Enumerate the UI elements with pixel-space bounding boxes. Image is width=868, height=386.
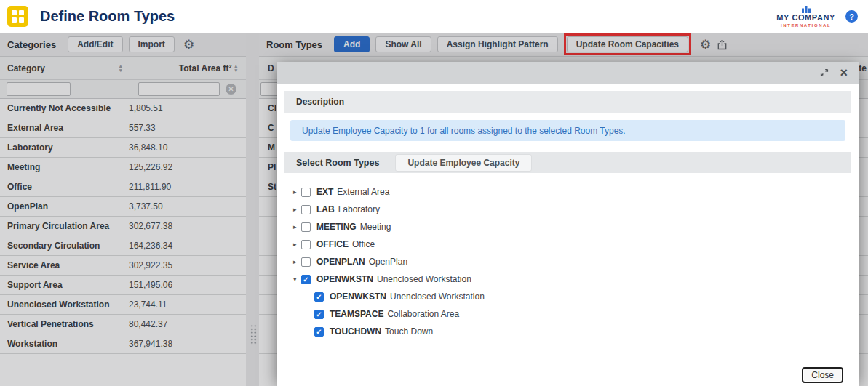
tree-item-teamspace[interactable]: TEAMSPACE Collaboration Area [293, 305, 859, 323]
info-message: Update Employee Capacity to 1 for all ro… [290, 120, 845, 141]
app-grid-icon [7, 6, 28, 27]
chevron-right-icon[interactable]: ▸ [293, 206, 301, 213]
select-room-types-label: Select Room Types [296, 158, 379, 168]
update-room-capacities-dialog: × Description Update Employee Capacity t… [277, 62, 859, 382]
checkbox[interactable] [301, 257, 311, 267]
tree-item-name: Laboratory [338, 204, 380, 214]
tree-item-code: EXT [316, 187, 333, 197]
checkbox[interactable] [301, 240, 311, 249]
logo-line1: MY COMPANY [776, 14, 835, 22]
update-employee-capacity-button[interactable]: Update Employee Capacity [395, 154, 532, 172]
tree-item-name: External Area [337, 187, 389, 197]
select-room-types-section-header: Select Room Types Update Employee Capaci… [284, 152, 851, 173]
tree-item-code: TOUCHDWN [330, 326, 381, 337]
tree-item-name: Office [352, 239, 375, 249]
expand-icon[interactable] [820, 68, 829, 77]
tree-item-name: Touch Down [385, 326, 433, 337]
company-logo: MY COMPANY INTERNATIONAL [776, 5, 835, 28]
chevron-right-icon[interactable]: ▸ [293, 188, 301, 196]
close-button[interactable]: Close [802, 367, 843, 383]
tree-item-name: Collaboration Area [387, 309, 459, 319]
close-icon[interactable]: × [840, 66, 848, 79]
checkbox[interactable] [314, 327, 324, 337]
building-icon [801, 5, 811, 13]
page-title: Define Room Types [40, 8, 175, 25]
tree-item-lab[interactable]: ▸ LAB Laboratory [293, 201, 859, 218]
tree-item-openwkstn[interactable]: ▾ OPENWKSTN Unenclosed Workstation [293, 270, 859, 288]
chevron-down-icon[interactable]: ▾ [293, 276, 301, 283]
checkbox[interactable] [301, 222, 311, 232]
tree-item-code: OPENWKSTN [330, 291, 386, 302]
checkbox[interactable] [301, 275, 311, 284]
tree-item-meeting[interactable]: ▸ MEETING Meeting [293, 218, 859, 236]
room-types-tree: ▸ EXT External Area ▸ LAB Laboratory ▸ M… [277, 173, 859, 340]
tree-item-code: LAB [316, 204, 335, 214]
tree-item-name: OpenPlan [369, 257, 407, 267]
checkbox[interactable] [301, 188, 311, 197]
checkbox[interactable] [301, 205, 311, 214]
dialog-titlebar: × [277, 62, 859, 84]
top-header: Define Room Types MY COMPANY INTERNATION… [0, 0, 868, 33]
tree-item-code: OPENPLAN [316, 257, 365, 267]
chevron-right-icon[interactable]: ▸ [293, 223, 301, 230]
tree-item-code: MEETING [316, 222, 357, 232]
tree-item-name: Unenclosed Workstation [377, 274, 471, 284]
dialog-body: Description Update Employee Capacity to … [277, 91, 859, 386]
tree-item-ext[interactable]: ▸ EXT External Area [293, 183, 859, 201]
checkbox[interactable] [314, 292, 324, 302]
tree-item-openwkstn-child[interactable]: OPENWKSTN Unenclosed Workstation [293, 288, 859, 305]
header-right: MY COMPANY INTERNATIONAL ? [776, 5, 861, 28]
checkbox[interactable] [314, 310, 324, 319]
tree-item-code: OFFICE [316, 239, 349, 249]
tree-item-name: Unenclosed Workstation [390, 291, 485, 302]
define-room-types-page: Define Room Types MY COMPANY INTERNATION… [0, 0, 868, 386]
tree-item-code: TEAMSPACE [330, 309, 383, 319]
tree-item-name: Meeting [360, 222, 391, 232]
help-icon[interactable]: ? [845, 10, 858, 23]
logo-line2: INTERNATIONAL [781, 23, 831, 28]
description-section-header: Description [284, 91, 851, 113]
chevron-right-icon[interactable]: ▸ [293, 241, 301, 248]
chevron-right-icon[interactable]: ▸ [293, 258, 301, 265]
tree-item-openplan[interactable]: ▸ OPENPLAN OpenPlan [293, 253, 859, 270]
tree-item-office[interactable]: ▸ OFFICE Office [293, 236, 859, 253]
tree-item-touchdwn[interactable]: TOUCHDWN Touch Down [293, 323, 859, 340]
tree-item-code: OPENWKSTN [316, 274, 373, 284]
